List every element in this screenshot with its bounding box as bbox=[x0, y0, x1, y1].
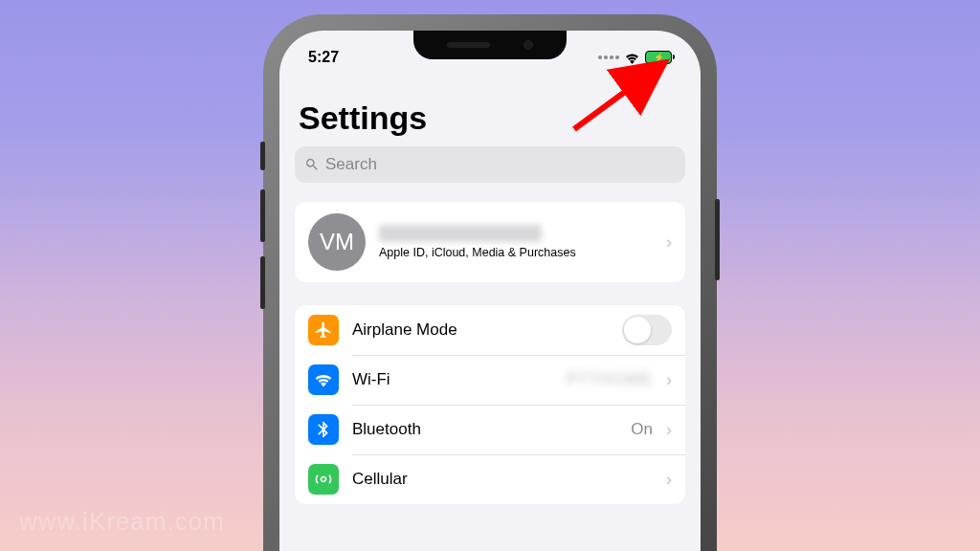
bluetooth-icon bbox=[308, 414, 339, 445]
search-placeholder: Search bbox=[325, 155, 377, 174]
cellular-icon bbox=[308, 464, 339, 495]
wifi-detail: PTTHOME bbox=[567, 370, 653, 389]
chevron-right-icon: › bbox=[666, 470, 672, 490]
toggle-knob bbox=[624, 317, 651, 343]
account-name-blurred bbox=[379, 225, 542, 242]
search-input[interactable]: Search bbox=[295, 146, 685, 183]
airplane-mode-row[interactable]: Airplane Mode bbox=[295, 305, 685, 355]
chevron-right-icon: › bbox=[666, 232, 672, 253]
wifi-label: Wi-Fi bbox=[352, 370, 553, 389]
volume-up-button bbox=[260, 189, 265, 242]
settings-group: Airplane Mode Wi-Fi PTTHOME › bbox=[295, 305, 685, 504]
account-group: VM Apple ID, iCloud, Media & Purchases › bbox=[295, 202, 685, 282]
account-row[interactable]: VM Apple ID, iCloud, Media & Purchases › bbox=[295, 202, 685, 282]
battery-charging-icon: ⚡ bbox=[645, 51, 672, 64]
notch bbox=[413, 31, 567, 59]
bluetooth-row[interactable]: Bluetooth On › bbox=[295, 405, 685, 454]
canvas: www.iKream.com 5:27 ⚡ Set bbox=[0, 0, 980, 551]
wifi-row[interactable]: Wi-Fi PTTHOME › bbox=[295, 355, 685, 405]
power-button bbox=[715, 199, 720, 280]
bluetooth-detail: On bbox=[631, 420, 653, 439]
volume-down-button bbox=[260, 256, 265, 309]
cellular-label: Cellular bbox=[352, 470, 653, 489]
mute-switch bbox=[260, 142, 265, 170]
cellular-row[interactable]: Cellular › bbox=[295, 454, 685, 504]
airplane-label: Airplane Mode bbox=[352, 320, 609, 340]
bluetooth-label: Bluetooth bbox=[352, 420, 617, 439]
screen: 5:27 ⚡ Settings Search VM bbox=[279, 31, 701, 551]
speaker bbox=[447, 42, 490, 48]
phone-frame: 5:27 ⚡ Settings Search VM bbox=[266, 17, 714, 551]
airplane-icon bbox=[308, 315, 339, 345]
cellular-signal-icon bbox=[598, 55, 619, 59]
status-time: 5:27 bbox=[308, 49, 339, 66]
front-camera bbox=[523, 40, 533, 50]
search-icon bbox=[304, 157, 320, 172]
chevron-right-icon: › bbox=[666, 420, 672, 440]
account-subtitle: Apple ID, iCloud, Media & Purchases bbox=[379, 246, 653, 259]
wifi-settings-icon bbox=[308, 364, 339, 395]
airplane-toggle[interactable] bbox=[622, 315, 672, 345]
page-title: Settings bbox=[295, 99, 685, 137]
avatar: VM bbox=[308, 213, 366, 271]
wifi-icon bbox=[624, 52, 640, 64]
watermark: www.iKream.com bbox=[19, 507, 225, 537]
chevron-right-icon: › bbox=[666, 370, 672, 390]
